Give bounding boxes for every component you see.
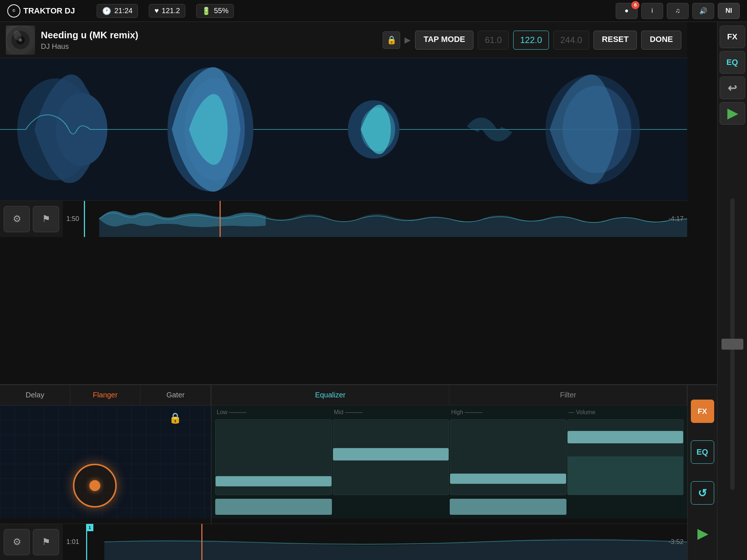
app-container: © TRAKTOR DJ 🕐 21:24 ♥ 121.2 🔋 55% 6 ●: [0, 0, 747, 560]
info-icon: i: [651, 7, 653, 15]
deck-a-right-buttons: FX EQ ↩ ▶: [717, 22, 747, 128]
eq-button-a[interactable]: EQ: [720, 51, 745, 74]
eq-channel-volume: — Volume: [567, 409, 684, 515]
settings-icon-a: ⚙: [13, 213, 21, 225]
flag-icon-b: ⚑: [42, 536, 50, 548]
play-icon-bottom: ▶: [697, 526, 708, 541]
flag-button-b[interactable]: ⚑: [33, 529, 59, 555]
logo-icon: ©: [7, 4, 20, 18]
eq-bottom-btn-low[interactable]: [215, 499, 332, 515]
tab-filter-label: Filter: [560, 391, 576, 399]
loop-button-bottom[interactable]: ↺: [691, 481, 714, 505]
album-art-image: [6, 26, 35, 55]
heart-icon: ♥: [154, 7, 159, 15]
tab-filter[interactable]: Filter: [449, 385, 687, 405]
notification-button[interactable]: 6 ●: [616, 3, 638, 19]
deck-a-content: Needing u (MK remix) DJ Haus 🔒 ▶ TAP MOD…: [0, 22, 687, 237]
battery-icon: 🔋: [202, 7, 211, 15]
time-display: 🕐 21:24: [97, 4, 138, 18]
mini-controls-left-b: ⚙ ⚑: [0, 524, 63, 560]
bottom-section: Delay Flanger Gater 🔒: [0, 384, 717, 560]
mini-waveform-container-b: 1:01 1 -3:52: [63, 524, 687, 560]
fx-content[interactable]: 🔒: [0, 405, 211, 518]
fx-knob-container[interactable]: [73, 464, 117, 508]
volume-slider-thumb[interactable]: [721, 339, 743, 350]
eq-fader-track-mid[interactable]: [333, 419, 449, 495]
fx-lock-icon: 🔒: [169, 412, 182, 424]
eq-bottom-btn-high[interactable]: [450, 499, 566, 515]
play-arrow-icon: ▶: [405, 35, 411, 44]
eq-fader-thumb-low[interactable]: [216, 476, 332, 486]
waveform-main[interactable]: 1 2 3 4: [0, 58, 687, 201]
settings-icon-b: ⚙: [13, 536, 21, 548]
deck-b-mini: ⚙ ⚑ 1:01 1: [0, 524, 687, 560]
tab-gater[interactable]: Gater: [140, 385, 211, 405]
cue-number-b: 1: [86, 524, 93, 531]
deck-a: Needing u (MK remix) DJ Haus 🔒 ▶ TAP MOD…: [0, 22, 717, 384]
music-icon: ♫: [675, 7, 680, 15]
volume-slider-track[interactable]: [730, 198, 735, 490]
eq-fader-track-high[interactable]: [450, 419, 566, 495]
fx-button-bottom[interactable]: FX: [691, 400, 714, 423]
eq-label-bottom: EQ: [697, 447, 708, 457]
logo-text: TRAKTOR DJ: [23, 6, 75, 16]
volume-slider-section: [717, 128, 747, 560]
mini-waveform-svg-a: [63, 201, 687, 237]
volume-icon: 🔊: [699, 7, 707, 15]
bpm-active-button[interactable]: 122.0: [513, 31, 549, 50]
loop-button-a[interactable]: ↩: [720, 77, 745, 99]
ni-label: NI: [725, 7, 732, 15]
fx-panel: Delay Flanger Gater 🔒: [0, 385, 212, 524]
eq-fader-thumb-mid[interactable]: [333, 448, 449, 460]
eq-label-volume: — Volume: [567, 409, 596, 416]
flag-button-a[interactable]: ⚑: [33, 206, 59, 232]
track-text: Needing u (MK remix) DJ Haus: [41, 30, 377, 51]
fx-knob[interactable]: [73, 464, 117, 508]
eq-fader-thumb-high[interactable]: [450, 474, 566, 484]
battery-display: 🔋 55%: [196, 4, 234, 18]
eq-label-high: High ———: [450, 409, 482, 416]
playhead-blue-a: [84, 201, 85, 237]
bpm-high-button[interactable]: 244.0: [553, 31, 589, 50]
time-elapsed-b: 1:01: [66, 538, 79, 546]
play-button-a[interactable]: ▶: [720, 102, 745, 125]
album-art: [6, 26, 35, 55]
waveform-svg: [0, 58, 687, 201]
time-remaining-b: -3:52: [669, 538, 684, 546]
reset-button[interactable]: RESET: [593, 31, 637, 50]
time-value: 21:24: [114, 7, 132, 15]
eq-fader-track-low[interactable]: [215, 419, 332, 495]
header-right: 6 ● i ♫ 🔊 NI: [616, 3, 740, 19]
fx-label-a: FX: [727, 32, 737, 42]
volume-button[interactable]: 🔊: [692, 3, 714, 19]
tap-mode-button[interactable]: TAP MODE: [415, 31, 473, 50]
settings-button-a[interactable]: ⚙: [4, 206, 30, 232]
info-button[interactable]: i: [641, 3, 663, 19]
time-remaining-a: -4:17: [669, 215, 684, 223]
clock-icon: 🕐: [102, 7, 111, 15]
eq-content: Low ——— Mid ———: [212, 405, 687, 518]
tab-flanger-label: Flanger: [93, 391, 118, 399]
eq-button-bottom[interactable]: EQ: [691, 440, 714, 464]
lock-button[interactable]: 🔒: [383, 31, 400, 49]
eq-channel-low: Low ———: [215, 409, 332, 515]
bpm-low-button[interactable]: 61.0: [478, 31, 509, 50]
ni-button[interactable]: NI: [718, 3, 740, 19]
time-elapsed-a: 1:50: [66, 215, 79, 223]
flag-icon-a: ⚑: [42, 213, 50, 225]
play-arrow-button[interactable]: ▶: [405, 35, 411, 45]
fx-button-a[interactable]: FX: [720, 26, 745, 48]
settings-button-b[interactable]: ⚙: [4, 529, 30, 555]
tab-flanger[interactable]: Flanger: [70, 385, 141, 405]
lock-icon: 🔒: [387, 35, 396, 45]
eq-label-a: EQ: [727, 58, 738, 67]
done-button[interactable]: DONE: [641, 31, 681, 50]
cue-marker-b: [201, 524, 202, 560]
bpm-display: ♥ 121.2: [149, 4, 185, 18]
eq-fader-thumb-volume[interactable]: [568, 431, 684, 443]
play-button-bottom[interactable]: ▶: [691, 522, 714, 545]
music-button[interactable]: ♫: [667, 3, 689, 19]
tab-equalizer[interactable]: Equalizer: [212, 385, 449, 405]
eq-fader-track-volume[interactable]: [567, 419, 684, 495]
tab-delay[interactable]: Delay: [0, 385, 70, 405]
